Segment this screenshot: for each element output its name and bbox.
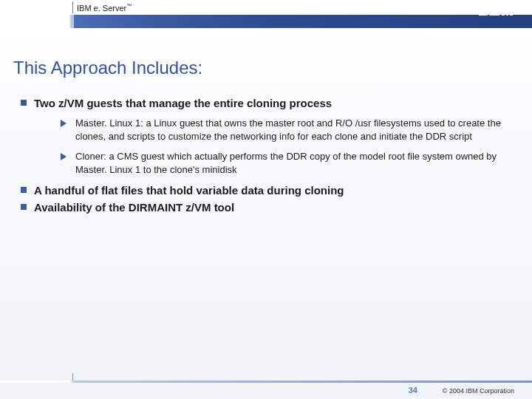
slide-footer: 34 © 2004 IBM Corporation bbox=[0, 374, 532, 399]
brand-text: IBM e. Server™ bbox=[77, 3, 132, 13]
svg-rect-12 bbox=[502, 3, 506, 4]
slide-content: Two z/VM guests that manage the entire c… bbox=[21, 96, 508, 215]
slide-title: This Approach Includes: bbox=[13, 58, 532, 78]
brand-suffix: . Server bbox=[98, 4, 127, 13]
header-vertical-bar bbox=[72, 1, 73, 13]
svg-rect-9 bbox=[491, 10, 499, 11]
svg-rect-0 bbox=[479, 3, 488, 4]
svg-rect-19 bbox=[502, 12, 505, 13]
list-item: Master. Linux 1: a Linux guest that owns… bbox=[61, 117, 508, 143]
ibm-logo-icon bbox=[479, 3, 513, 16]
svg-rect-18 bbox=[503, 10, 511, 11]
brand-tm: ™ bbox=[126, 3, 132, 8]
footer-vertical-bar bbox=[72, 373, 73, 381]
svg-rect-14 bbox=[502, 5, 507, 7]
header-stripe bbox=[0, 15, 532, 28]
list-item: Cloner: a CMS guest which actually perfo… bbox=[61, 150, 508, 176]
bullet-text: A handful of flat files that hold variab… bbox=[34, 184, 344, 197]
svg-rect-3 bbox=[481, 10, 485, 11]
list-item: Availability of the DIRMAINT z/VM tool bbox=[21, 200, 508, 215]
svg-rect-13 bbox=[508, 3, 513, 4]
list-item: A handful of flat files that hold variab… bbox=[21, 183, 508, 198]
brand-prefix: IBM e bbox=[77, 4, 98, 13]
svg-rect-22 bbox=[502, 14, 505, 16]
sub-bullet-list: Master. Linux 1: a Linux guest that owns… bbox=[61, 117, 508, 176]
svg-rect-5 bbox=[479, 14, 488, 16]
page-number: 34 bbox=[409, 386, 417, 395]
svg-rect-6 bbox=[489, 3, 499, 4]
list-item: Two z/VM guests that manage the entire c… bbox=[21, 96, 508, 176]
header-stripe-notch bbox=[71, 15, 74, 28]
svg-rect-20 bbox=[505, 12, 509, 13]
svg-rect-17 bbox=[507, 7, 511, 9]
bullet-list: Two z/VM guests that manage the entire c… bbox=[21, 96, 508, 215]
svg-rect-24 bbox=[510, 14, 513, 16]
svg-rect-10 bbox=[489, 12, 500, 13]
slide-header: IBM e. Server™ bbox=[0, 0, 532, 28]
svg-rect-23 bbox=[506, 14, 508, 16]
bullet-text: Two z/VM guests that manage the entire c… bbox=[34, 97, 332, 109]
svg-rect-11 bbox=[489, 14, 499, 16]
svg-rect-21 bbox=[510, 12, 513, 13]
svg-rect-4 bbox=[479, 12, 488, 13]
bullet-text: Availability of the DIRMAINT z/VM tool bbox=[34, 201, 234, 214]
svg-rect-8 bbox=[491, 7, 499, 9]
footer-bar bbox=[0, 381, 532, 383]
svg-rect-2 bbox=[481, 7, 485, 9]
svg-rect-15 bbox=[508, 5, 513, 7]
svg-rect-7 bbox=[489, 5, 500, 7]
svg-rect-1 bbox=[479, 5, 488, 7]
copyright-text: © 2004 IBM Corporation bbox=[443, 387, 514, 395]
